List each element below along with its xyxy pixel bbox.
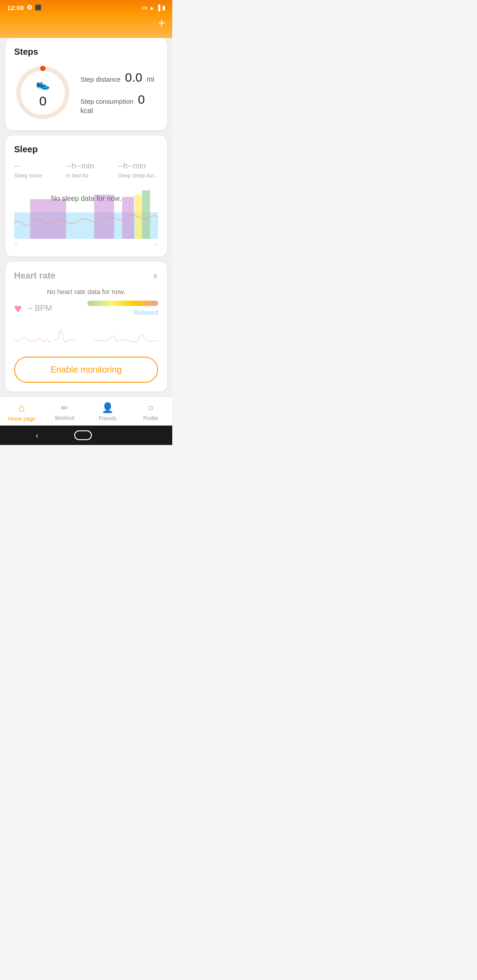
heart-rate-card: Heart rate ∧ No heart rate data for now.… [5,262,167,392]
steps-stats: Step distance 0.0 mi Step consumption 0 … [80,71,158,115]
deepsleep-label: Deep sleep dur... [118,173,158,179]
add-button[interactable]: + [158,17,165,29]
inbed-metric: --h--min In bed for [66,162,94,179]
step-distance-label: Step distance [80,75,121,83]
steps-circle: 👟 0 [14,64,72,121]
step-consumption: Step consumption 0 kcal [80,93,158,115]
nav-item-home[interactable]: ⌂ Home page [0,402,43,422]
sleep-score-label: Sleep score [14,173,42,179]
nav-item-friends[interactable]: 👤 Friends [86,402,129,422]
steps-inner: 👟 0 [36,77,50,109]
battery-icon: ▮ [162,4,165,11]
wifi-icon: ▲ [149,4,155,11]
chevron-up-icon[interactable]: ∧ [152,271,158,281]
sleep-metrics: -- Sleep score --h--min In bed for --h--… [14,162,158,179]
bottom-nav: ⌂ Home page ✏ Workout 👤 Friends ○ Profil… [0,397,172,426]
footprint-icon: 👟 [36,77,50,91]
sleep-no-data-text: No sleep data for now. [14,195,158,203]
gear-icon: ⚙ [26,4,32,11]
sleep-chart-svg [14,186,158,239]
hr-status-label: Relaxed [134,309,158,316]
main-content: Steps 👟 0 Step distan [0,38,172,397]
svg-point-1 [40,66,45,71]
nav-item-profile[interactable]: ○ Profile [129,402,173,422]
heart-rate-header: Heart rate ∧ [14,271,158,281]
header: + [0,13,172,38]
friends-icon: 👤 [102,402,114,414]
steps-count: 0 [39,94,47,109]
steps-content: 👟 0 Step distance 0.0 mi Step consumptio… [14,64,158,121]
sleep-score-metric: -- Sleep score [14,162,42,179]
bpm-display: -- BPM [27,304,52,313]
android-nav-bar: ‹ [0,426,172,445]
status-left: 12:08 ⚙ ⬛ [7,4,42,11]
sleep-time-labels: -- -- [14,241,158,248]
sleep-score-value: -- [14,162,19,171]
hr-no-data-text: No heart rate data for now. [14,288,158,295]
step-distance: Step distance 0.0 mi [80,71,158,85]
sleep-title: Sleep [14,144,158,155]
step-distance-value: 0.0 [125,71,142,84]
sleep-time-start: -- [14,241,18,248]
deepsleep-metric: --h--min Deep sleep dur... [118,162,158,179]
back-button[interactable]: ‹ [36,431,38,440]
hr-right: Relaxed [87,301,158,316]
profile-icon: ○ [148,402,154,414]
hr-gradient-bar [87,301,158,306]
cast-status-icon: ▭ [142,4,147,11]
nav-label-friends: Friends [99,415,117,422]
sleep-card: Sleep -- Sleep score --h--min In bed for… [5,136,167,256]
status-time: 12:08 [7,4,24,11]
home-icon: ⌂ [19,402,25,414]
step-consumption-value: 0 [138,93,145,106]
nav-label-workout: Workout [55,415,74,421]
steps-card: Steps 👟 0 Step distan [5,38,167,130]
home-button[interactable] [74,430,92,440]
nav-label-home: Home page [8,416,35,422]
nav-label-profile: Profile [143,415,158,422]
signal-icon: ▐ [156,4,160,11]
inbed-value: --h--min [66,162,94,171]
step-consumption-label: Step consumption [80,98,133,105]
hr-chart-svg [14,323,158,350]
hr-chart-area [14,323,158,350]
workout-icon: ✏ [61,403,68,413]
heart-rate-body: ♥ -- BPM Relaxed [14,301,158,316]
steps-title: Steps [14,47,158,57]
step-consumption-unit: kcal [80,107,93,114]
nav-item-workout[interactable]: ✏ Workout [43,403,87,421]
inbed-label: In bed for [66,173,89,179]
heart-icon: ♥ [14,301,22,316]
sleep-chart: No sleep data for now. [14,186,158,239]
heart-rate-title: Heart rate [14,271,55,281]
svg-rect-3 [30,199,66,239]
status-right: ▭ ▲ ▐ ▮ [142,4,165,11]
sleep-time-end: -- [155,241,158,248]
cast-icon: ⬛ [35,4,42,11]
svg-rect-5 [122,197,134,239]
status-bar: 12:08 ⚙ ⬛ ▭ ▲ ▐ ▮ [0,0,172,13]
deepsleep-value: --h--min [118,162,146,171]
step-distance-unit: mi [147,75,154,83]
enable-monitoring-button[interactable]: Enable monitoring [14,357,158,383]
